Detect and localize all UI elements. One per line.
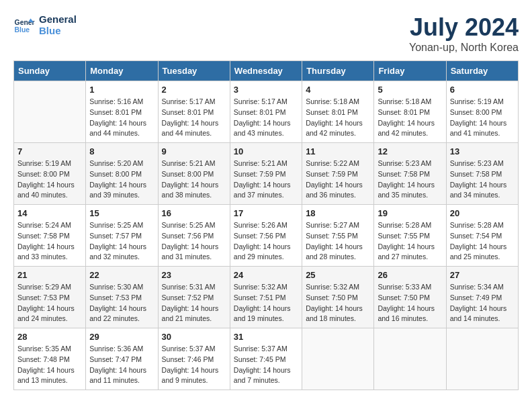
- calendar-cell: 28Sunrise: 5:35 AMSunset: 7:48 PMDayligh…: [14, 328, 86, 390]
- day-number: 1: [89, 85, 154, 95]
- day-info: Sunrise: 5:37 AMSunset: 7:45 PMDaylight:…: [234, 344, 298, 386]
- day-number: 28: [17, 332, 82, 342]
- day-number: 14: [17, 208, 82, 218]
- calendar-cell: 23Sunrise: 5:31 AMSunset: 7:52 PMDayligh…: [158, 267, 230, 328]
- day-info: Sunrise: 5:20 AMSunset: 8:00 PMDaylight:…: [89, 158, 154, 201]
- logo-general: General: [39, 13, 77, 25]
- calendar-cell: 24Sunrise: 5:32 AMSunset: 7:51 PMDayligh…: [230, 267, 302, 328]
- day-number: 6: [450, 85, 515, 95]
- day-info: Sunrise: 5:18 AMSunset: 8:01 PMDaylight:…: [306, 97, 370, 139]
- day-info: Sunrise: 5:35 AMSunset: 7:48 PMDaylight:…: [17, 344, 82, 386]
- day-number: 15: [89, 208, 154, 218]
- day-number: 12: [378, 146, 442, 156]
- day-number: 20: [450, 208, 515, 218]
- calendar-cell: 14Sunrise: 5:24 AMSunset: 7:58 PMDayligh…: [14, 205, 86, 267]
- calendar-cell: 7Sunrise: 5:19 AMSunset: 8:00 PMDaylight…: [14, 143, 86, 205]
- svg-text:Blue: Blue: [15, 26, 30, 34]
- day-info: Sunrise: 5:21 AMSunset: 7:59 PMDaylight:…: [234, 158, 298, 201]
- calendar-week-row: 7Sunrise: 5:19 AMSunset: 8:00 PMDaylight…: [14, 143, 519, 205]
- calendar-cell: 29Sunrise: 5:36 AMSunset: 7:47 PMDayligh…: [86, 328, 158, 390]
- weekday-header: Sunday: [14, 61, 86, 81]
- calendar-cell: 18Sunrise: 5:27 AMSunset: 7:55 PMDayligh…: [302, 205, 374, 267]
- calendar-cell: 10Sunrise: 5:21 AMSunset: 7:59 PMDayligh…: [230, 143, 302, 205]
- day-info: Sunrise: 5:18 AMSunset: 8:01 PMDaylight:…: [378, 97, 442, 139]
- day-info: Sunrise: 5:34 AMSunset: 7:49 PMDaylight:…: [450, 282, 515, 324]
- svg-text:General: General: [15, 19, 35, 26]
- day-info: Sunrise: 5:17 AMSunset: 8:01 PMDaylight:…: [234, 97, 298, 139]
- day-number: 30: [162, 332, 226, 342]
- calendar-cell: 30Sunrise: 5:37 AMSunset: 7:46 PMDayligh…: [158, 328, 230, 390]
- calendar-week-row: 1Sunrise: 5:16 AMSunset: 8:01 PMDaylight…: [14, 81, 519, 143]
- day-number: 23: [162, 270, 226, 280]
- day-number: 19: [378, 208, 442, 218]
- weekday-header: Wednesday: [230, 61, 302, 81]
- logo-blue: Blue: [39, 25, 77, 36]
- day-number: 18: [306, 208, 370, 218]
- day-number: 25: [306, 270, 370, 280]
- calendar-cell: 16Sunrise: 5:25 AMSunset: 7:56 PMDayligh…: [158, 205, 230, 267]
- calendar-cell: 15Sunrise: 5:25 AMSunset: 7:57 PMDayligh…: [86, 205, 158, 267]
- day-number: 10: [234, 146, 298, 156]
- day-info: Sunrise: 5:21 AMSunset: 8:00 PMDaylight:…: [162, 158, 226, 201]
- weekday-header-row: SundayMondayTuesdayWednesdayThursdayFrid…: [14, 61, 519, 81]
- page-header: General Blue General Blue July 2024 Yona…: [13, 13, 519, 54]
- location-title: Yonan-up, North Korea: [409, 42, 519, 54]
- day-number: 26: [378, 270, 442, 280]
- calendar-cell: [14, 81, 86, 143]
- calendar-cell: 8Sunrise: 5:20 AMSunset: 8:00 PMDaylight…: [86, 143, 158, 205]
- month-title: July 2024: [409, 13, 519, 42]
- calendar-cell: [374, 328, 446, 390]
- calendar-cell: 19Sunrise: 5:28 AMSunset: 7:55 PMDayligh…: [374, 205, 446, 267]
- day-info: Sunrise: 5:37 AMSunset: 7:46 PMDaylight:…: [162, 344, 226, 386]
- day-info: Sunrise: 5:36 AMSunset: 7:47 PMDaylight:…: [89, 344, 154, 386]
- weekday-header: Saturday: [446, 61, 518, 81]
- day-info: Sunrise: 5:32 AMSunset: 7:50 PMDaylight:…: [306, 282, 370, 324]
- calendar-cell: [446, 328, 518, 390]
- title-block: July 2024 Yonan-up, North Korea: [409, 13, 519, 54]
- day-number: 5: [378, 85, 442, 95]
- calendar-cell: 22Sunrise: 5:30 AMSunset: 7:53 PMDayligh…: [86, 267, 158, 328]
- calendar-cell: 31Sunrise: 5:37 AMSunset: 7:45 PMDayligh…: [230, 328, 302, 390]
- calendar-cell: 21Sunrise: 5:29 AMSunset: 7:53 PMDayligh…: [14, 267, 86, 328]
- day-info: Sunrise: 5:22 AMSunset: 7:59 PMDaylight:…: [306, 158, 370, 201]
- calendar-cell: 11Sunrise: 5:22 AMSunset: 7:59 PMDayligh…: [302, 143, 374, 205]
- logo-icon: General Blue: [13, 14, 35, 36]
- day-info: Sunrise: 5:23 AMSunset: 7:58 PMDaylight:…: [450, 158, 515, 201]
- day-info: Sunrise: 5:28 AMSunset: 7:54 PMDaylight:…: [450, 220, 515, 263]
- day-number: 4: [306, 85, 370, 95]
- day-info: Sunrise: 5:16 AMSunset: 8:01 PMDaylight:…: [89, 97, 154, 139]
- day-info: Sunrise: 5:25 AMSunset: 7:56 PMDaylight:…: [162, 220, 226, 263]
- calendar-week-row: 28Sunrise: 5:35 AMSunset: 7:48 PMDayligh…: [14, 328, 519, 390]
- calendar-cell: 26Sunrise: 5:33 AMSunset: 7:50 PMDayligh…: [374, 267, 446, 328]
- day-number: 31: [234, 332, 298, 342]
- calendar-cell: 5Sunrise: 5:18 AMSunset: 8:01 PMDaylight…: [374, 81, 446, 143]
- calendar-cell: 1Sunrise: 5:16 AMSunset: 8:01 PMDaylight…: [86, 81, 158, 143]
- day-info: Sunrise: 5:24 AMSunset: 7:58 PMDaylight:…: [17, 220, 82, 263]
- day-info: Sunrise: 5:28 AMSunset: 7:55 PMDaylight:…: [378, 220, 442, 263]
- calendar-cell: 9Sunrise: 5:21 AMSunset: 8:00 PMDaylight…: [158, 143, 230, 205]
- day-info: Sunrise: 5:26 AMSunset: 7:56 PMDaylight:…: [234, 220, 298, 263]
- calendar-week-row: 21Sunrise: 5:29 AMSunset: 7:53 PMDayligh…: [14, 267, 519, 328]
- day-info: Sunrise: 5:29 AMSunset: 7:53 PMDaylight:…: [17, 282, 82, 324]
- day-info: Sunrise: 5:30 AMSunset: 7:53 PMDaylight:…: [89, 282, 154, 324]
- weekday-header: Thursday: [302, 61, 374, 81]
- calendar-cell: 12Sunrise: 5:23 AMSunset: 7:58 PMDayligh…: [374, 143, 446, 205]
- day-info: Sunrise: 5:17 AMSunset: 8:01 PMDaylight:…: [162, 97, 226, 139]
- day-number: 29: [89, 332, 154, 342]
- day-number: 11: [306, 146, 370, 156]
- calendar-cell: [302, 328, 374, 390]
- day-info: Sunrise: 5:32 AMSunset: 7:51 PMDaylight:…: [234, 282, 298, 324]
- weekday-header: Friday: [374, 61, 446, 81]
- day-info: Sunrise: 5:25 AMSunset: 7:57 PMDaylight:…: [89, 220, 154, 263]
- day-number: 27: [450, 270, 515, 280]
- calendar-cell: 2Sunrise: 5:17 AMSunset: 8:01 PMDaylight…: [158, 81, 230, 143]
- day-info: Sunrise: 5:19 AMSunset: 8:00 PMDaylight:…: [450, 97, 515, 139]
- day-number: 2: [162, 85, 226, 95]
- day-info: Sunrise: 5:27 AMSunset: 7:55 PMDaylight:…: [306, 220, 370, 263]
- calendar-table: SundayMondayTuesdayWednesdayThursdayFrid…: [13, 60, 519, 390]
- day-number: 22: [89, 270, 154, 280]
- day-info: Sunrise: 5:31 AMSunset: 7:52 PMDaylight:…: [162, 282, 226, 324]
- day-number: 3: [234, 85, 298, 95]
- calendar-cell: 13Sunrise: 5:23 AMSunset: 7:58 PMDayligh…: [446, 143, 518, 205]
- day-number: 21: [17, 270, 82, 280]
